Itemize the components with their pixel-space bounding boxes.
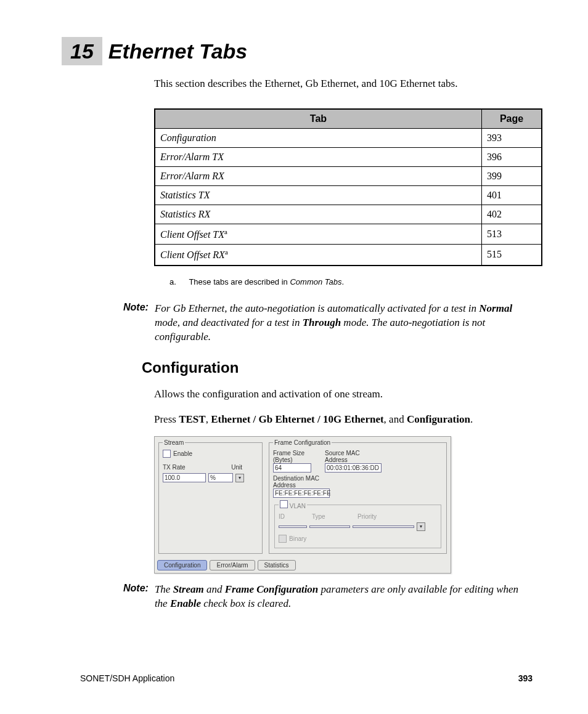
framesize-input[interactable]: 64 xyxy=(273,463,311,473)
table-footnote: a. These tabs are described in Common Ta… xyxy=(169,277,533,286)
table-row: Statistics RX402 xyxy=(155,205,542,224)
footer-page-number: 393 xyxy=(518,673,533,683)
th-tab: Tab xyxy=(155,109,482,129)
vlan-priority-label: Priority xyxy=(357,513,377,520)
section-title-configuration: Configuration xyxy=(142,359,533,376)
table-row: Statistics TX401 xyxy=(155,186,542,205)
note-body: For Gb Ethernet, the auto-negotiation is… xyxy=(155,302,533,344)
note-block: Note: The Stream and Frame Configuration… xyxy=(123,583,533,611)
table-row: Client Offset RXa515 xyxy=(155,245,542,266)
table-row: Error/Alarm TX396 xyxy=(155,148,542,167)
dstmac-label: Destination MAC Address xyxy=(273,475,335,489)
unit-select[interactable]: % xyxy=(208,473,233,482)
vlan-id-label: ID xyxy=(279,513,309,520)
tab-configuration[interactable]: Configuration xyxy=(157,560,207,570)
binary-checkbox xyxy=(279,535,287,543)
th-page: Page xyxy=(482,109,542,129)
note-block: Note: For Gb Ethernet, the auto-negotiat… xyxy=(123,302,533,344)
note-label: Note: xyxy=(123,302,149,344)
framesize-label: Frame Size (Bytes) xyxy=(273,450,322,463)
enable-checkbox[interactable] xyxy=(163,450,171,458)
chapter-heading: 15 Ethernet Tabs xyxy=(62,37,533,65)
vlan-checkbox[interactable] xyxy=(280,500,288,508)
body-text: Allows the configuration and activation … xyxy=(154,387,533,402)
table-row: Error/Alarm RX399 xyxy=(155,167,542,186)
chapter-number-box: 15 xyxy=(62,37,102,65)
tab-statistics[interactable]: Statistics xyxy=(258,560,296,570)
vlan-type-input xyxy=(309,525,350,528)
tab-page-table: Tab Page Configuration393 Error/Alarm TX… xyxy=(154,108,542,266)
dstmac-input[interactable]: FE:FE:FE:FE:FE:FE xyxy=(273,489,330,498)
chapter-title: Ethernet Tabs xyxy=(108,41,247,62)
chevron-down-icon[interactable]: ▾ xyxy=(235,474,244,482)
txrate-input[interactable]: 100.0 xyxy=(163,473,206,482)
table-row: Client Offset TXa513 xyxy=(155,224,542,245)
vlan-id-input xyxy=(279,525,307,528)
config-screenshot: Stream Enable TX Rate Unit 100.0 % xyxy=(154,436,533,574)
intro-text: This section describes the Ethernet, Gb … xyxy=(154,78,533,90)
vlan-group: VLAN ID Type Priority ▾ xyxy=(274,500,441,548)
txrate-label: TX Rate xyxy=(163,464,186,471)
footer-app-name: SONET/SDH Application xyxy=(80,673,174,683)
srcmac-input[interactable]: 00:03:01:0B:36:DD xyxy=(325,463,382,473)
unit-label: Unit xyxy=(231,464,242,471)
body-text: Press TEST, Ethernet / Gb Ehternet / 10G… xyxy=(154,412,533,427)
chevron-down-icon: ▾ xyxy=(417,522,425,531)
enable-label: Enable xyxy=(173,450,192,457)
stream-group: Stream Enable TX Rate Unit 100.0 % xyxy=(158,439,263,554)
srcmac-label: Source MAC Address xyxy=(325,450,383,463)
table-row: Configuration393 xyxy=(155,129,542,148)
page-footer: SONET/SDH Application 393 xyxy=(80,673,533,683)
tab-bar: Configuration Error/Alarm Statistics xyxy=(155,560,451,573)
binary-label: Binary xyxy=(289,535,306,542)
tab-error-alarm[interactable]: Error/Alarm xyxy=(210,560,255,570)
note-body: The Stream and Frame Configuration param… xyxy=(155,583,533,611)
vlan-priority-input xyxy=(353,525,414,528)
frame-config-group: Frame Configuration Frame Size (Bytes) 6… xyxy=(269,439,447,554)
note-label: Note: xyxy=(123,583,149,611)
vlan-type-label: Type xyxy=(312,513,355,520)
